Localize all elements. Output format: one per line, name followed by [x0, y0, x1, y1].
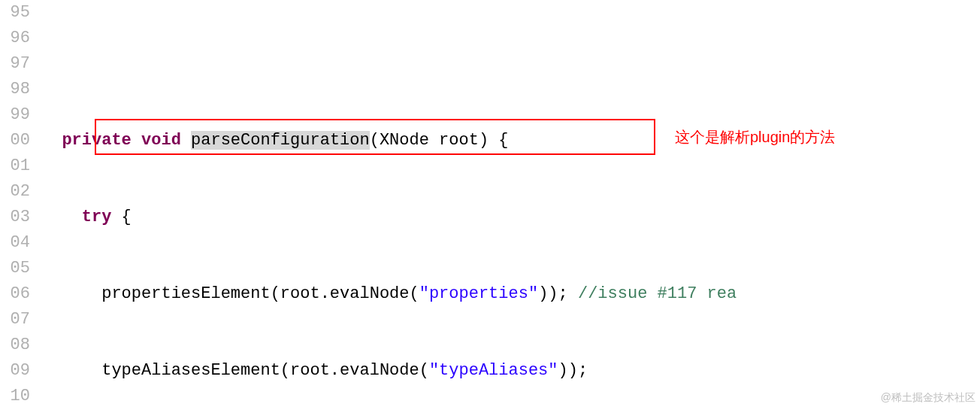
- code-line: [42, 51, 746, 77]
- code-line: try {: [42, 205, 746, 230]
- line-number: 00: [0, 128, 35, 153]
- line-number: 98: [0, 77, 35, 102]
- line-number: 05: [0, 256, 35, 281]
- line-number: 03: [0, 205, 35, 230]
- code-area[interactable]: private void parseConfiguration(XNode ro…: [35, 0, 746, 413]
- method-name: parseConfiguration: [191, 131, 370, 150]
- line-number: 97: [0, 51, 35, 77]
- line-number: 01: [0, 153, 35, 179]
- line-number: 02: [0, 179, 35, 205]
- code-editor: 95 96 97 98 99 00 01 02 03 04 05 06 07 0…: [0, 0, 980, 413]
- watermark-text: @稀土掘金技术社区: [881, 384, 975, 410]
- line-number: 10: [0, 384, 35, 409]
- line-number: 11: [0, 409, 35, 413]
- line-number: 08: [0, 333, 35, 358]
- red-annotation-text: 这个是解析plugin的方法: [675, 124, 835, 150]
- code-line: typeAliasesElement(root.evalNode("typeAl…: [42, 358, 746, 384]
- line-number: 06: [0, 281, 35, 307]
- line-number: 95: [0, 0, 35, 26]
- line-number: 09: [0, 358, 35, 384]
- line-number-gutter: 95 96 97 98 99 00 01 02 03 04 05 06 07 0…: [0, 0, 35, 413]
- line-number: 04: [0, 230, 35, 256]
- line-number: 96: [0, 26, 35, 51]
- line-number: 07: [0, 307, 35, 333]
- code-line: propertiesElement(root.evalNode("propert…: [42, 281, 746, 307]
- line-number: 99: [0, 102, 35, 128]
- code-line: private void parseConfiguration(XNode ro…: [42, 128, 746, 153]
